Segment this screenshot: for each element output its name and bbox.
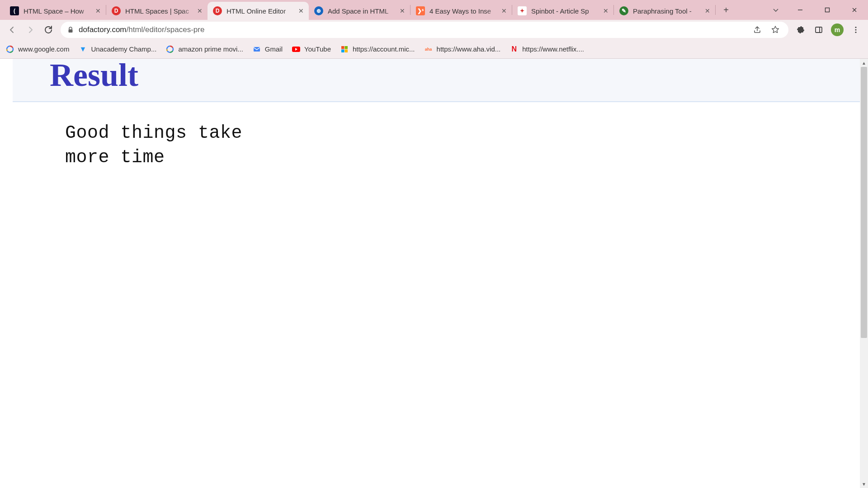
result-body: Good things take more time [13, 102, 860, 170]
extensions-button[interactable] [793, 22, 808, 38]
svg-rect-10 [254, 47, 260, 52]
svg-point-6 [855, 29, 856, 30]
toolbar: dofactory.com/html/editor/spaces-pre m [0, 20, 868, 40]
svg-rect-3 [816, 27, 822, 33]
tab-title: Spinbot - Article Sp [531, 7, 602, 15]
reload-icon [44, 25, 53, 34]
bookmark-amazon-prime[interactable]: amazon prime movi... [165, 45, 243, 54]
netflix-icon: N [509, 45, 519, 54]
bookmark-aha[interactable]: aha https://www.aha.vid... [424, 45, 501, 54]
maximize-button[interactable] [814, 1, 841, 19]
favicon-freecodecamp-icon: ( [10, 6, 19, 15]
page-content: Result Good things take more time [0, 59, 868, 488]
svg-rect-2 [69, 29, 73, 33]
lock-icon [67, 26, 74, 33]
close-icon[interactable]: ✕ [398, 7, 406, 15]
tab-3[interactable]: ⊕ Add Space in HTML ✕ [309, 2, 410, 20]
close-icon [851, 7, 858, 13]
bookmark-label: www.google.com [18, 45, 69, 53]
star-icon [771, 25, 780, 34]
back-button[interactable] [5, 22, 20, 38]
window-close-button[interactable] [841, 1, 868, 19]
tab-4[interactable]: ❯ˢ 4 Easy Ways to Inse ✕ [410, 2, 512, 20]
favicon-spinbot-icon: ✦ [518, 6, 527, 15]
url-host: dofactory.com [79, 25, 127, 34]
bookmark-netflix[interactable]: N https://www.netflix.... [509, 45, 584, 54]
bookmark-button[interactable] [769, 23, 782, 37]
bookmark-label: amazon prime movi... [178, 45, 243, 53]
tab-separator [715, 5, 716, 15]
svg-rect-15 [344, 49, 348, 52]
bookmark-google[interactable]: www.google.com [5, 45, 69, 54]
tab-title: 4 Easy Ways to Inse [429, 7, 500, 15]
result-header: Result [13, 59, 860, 102]
tab-strip: ( HTML Space – How ✕ D HTML Spaces | Spa… [0, 0, 868, 20]
svg-rect-13 [344, 46, 348, 49]
tab-2-active[interactable]: D HTML Online Editor ✕ [208, 2, 309, 20]
page-viewport: Result Good things take more time ▲ ▼ [0, 59, 868, 488]
maximize-icon [824, 7, 830, 13]
url-path: /html/editor/spaces-pre [127, 25, 205, 34]
scroll-thumb[interactable] [861, 67, 867, 338]
puzzle-icon [796, 25, 805, 34]
scroll-down-arrow-icon[interactable]: ▼ [860, 480, 868, 488]
bookmark-unacademy[interactable]: ▼ Unacademy Champ... [78, 45, 156, 54]
pre-output: Good things take more time [65, 121, 860, 170]
svg-rect-12 [341, 46, 344, 49]
reload-button[interactable] [41, 22, 56, 38]
google-icon [165, 45, 175, 54]
address-bar[interactable]: dofactory.com/html/editor/spaces-pre [61, 22, 788, 38]
page-title: Result [50, 59, 860, 91]
vertical-scrollbar[interactable]: ▲ ▼ [860, 59, 868, 488]
minimize-button[interactable] [787, 1, 814, 19]
kebab-icon [852, 26, 860, 34]
svg-point-5 [855, 27, 856, 28]
scroll-up-arrow-icon[interactable]: ▲ [860, 59, 868, 67]
tab-search-button[interactable] [765, 1, 787, 19]
favicon-dofactory-icon: D [213, 6, 222, 15]
close-icon[interactable]: ✕ [196, 7, 204, 15]
bookmark-label: Unacademy Champ... [91, 45, 156, 53]
side-panel-button[interactable] [811, 22, 826, 38]
forward-button[interactable] [23, 22, 38, 38]
tab-5[interactable]: ✦ Spinbot - Article Sp ✕ [512, 2, 613, 20]
bookmark-label: https://account.mic... [353, 45, 415, 53]
tab-1[interactable]: D HTML Spaces | Spac ✕ [106, 2, 208, 20]
favicon-dofactory-icon: D [112, 6, 121, 15]
bookmark-microsoft[interactable]: https://account.mic... [340, 45, 415, 54]
profile-avatar[interactable]: m [831, 23, 844, 36]
close-icon[interactable]: ✕ [602, 7, 610, 15]
new-tab-button[interactable]: + [718, 2, 734, 18]
bookmark-gmail[interactable]: Gmail [252, 45, 283, 54]
menu-button[interactable] [848, 22, 863, 38]
microsoft-icon [340, 45, 349, 54]
share-icon [753, 25, 762, 34]
gmail-icon [252, 45, 261, 54]
google-icon [5, 45, 14, 54]
arrow-left-icon [8, 25, 17, 34]
url-text: dofactory.com/html/editor/spaces-pre [79, 25, 746, 34]
favicon-generic-icon: ⊕ [314, 6, 323, 15]
bookmark-label: https://www.netflix.... [522, 45, 584, 53]
window-controls [765, 0, 868, 20]
tab-title: HTML Online Editor [226, 7, 297, 15]
close-icon[interactable]: ✕ [297, 7, 305, 15]
tab-title: HTML Spaces | Spac [125, 7, 196, 15]
svg-rect-1 [826, 8, 830, 12]
tab-title: Paraphrasing Tool - [633, 7, 703, 15]
chevron-down-icon [772, 6, 779, 14]
bookmarks-bar: www.google.com ▼ Unacademy Champ... amaz… [0, 40, 868, 59]
bookmark-label: https://www.aha.vid... [437, 45, 501, 53]
share-button[interactable] [750, 23, 764, 37]
tab-0[interactable]: ( HTML Space – How ✕ [5, 2, 106, 20]
favicon-hubspot-icon: ❯ˢ [416, 6, 425, 15]
aha-icon: aha [424, 45, 433, 54]
tab-6[interactable]: ✎ Paraphrasing Tool - ✕ [614, 2, 715, 20]
bookmark-youtube[interactable]: YouTube [292, 45, 331, 54]
close-icon[interactable]: ✕ [500, 7, 508, 15]
youtube-icon [292, 45, 301, 54]
bookmark-label: YouTube [304, 45, 331, 53]
close-icon[interactable]: ✕ [703, 7, 712, 15]
close-icon[interactable]: ✕ [94, 7, 102, 15]
tab-title: HTML Space – How [24, 7, 94, 15]
